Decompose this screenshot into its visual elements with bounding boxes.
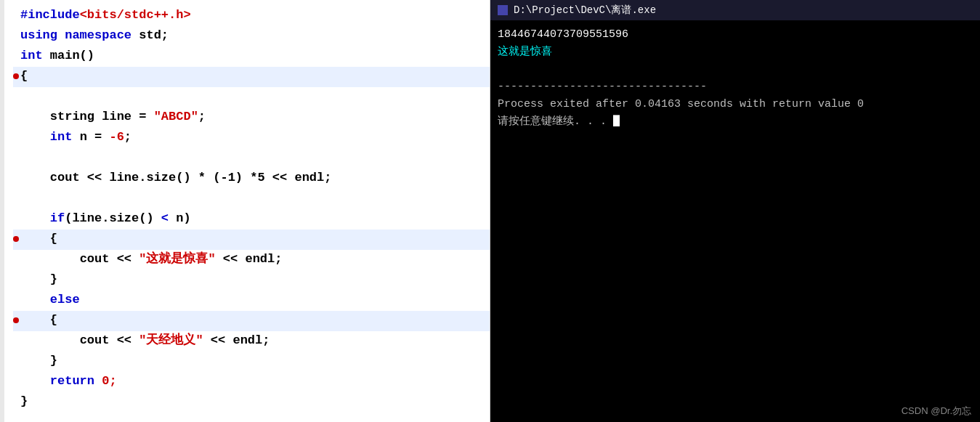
code-text-20: } [20,392,28,411]
terminal-panel: D:\Project\DevC\离谱.exe 18446744073709551… [490,0,980,422]
code-text-9: cout << line.size() * (-1) *5 << endl; [20,169,331,187]
code-text-5 [20,87,50,106]
terminal-separator: -------------------------------- [498,78,973,96]
code-token: cout << [80,252,139,266]
code-token: namespace [65,28,139,42]
indent [20,252,80,266]
code-text-14: } [20,270,57,289]
code-token: string line = [50,110,154,123]
code-line-5 [13,87,490,107]
code-token: using [20,28,65,42]
terminal-output-2: 这就是惊喜 [498,44,973,61]
code-text-13: cout << "这就是惊喜" << endl; [20,250,282,269]
code-token: main() [50,49,94,62]
code-token: cout << line.size() * (-1) *5 << endl; [50,171,332,184]
code-line-19: return 0; [13,372,490,392]
terminal-titlebar: D:\Project\DevC\离谱.exe [490,0,980,20]
breakpoint-dot [13,73,19,79]
code-token: } [50,354,57,368]
indent [20,130,50,144]
code-line-20: } [13,392,490,413]
code-text-16: { [20,311,57,330]
indent [20,313,50,327]
code-token: << endl; [216,252,283,266]
indent [20,232,50,246]
terminal-process-line: Process exited after 0.04163 seconds wit… [498,96,973,113]
code-line-10 [13,189,490,209]
terminal-empty-1 [498,61,973,78]
code-line-12: { [13,230,490,250]
code-token: return [50,374,102,388]
code-line-3: int main() [13,46,490,67]
code-text-18: } [20,352,57,370]
code-token: #include [20,8,80,22]
code-line-8 [13,148,490,169]
bp-area-12 [13,230,20,248]
indent [20,150,50,164]
code-text-17: cout << "天经地义" << endl; [20,331,270,350]
code-token: int [50,130,80,144]
code-lines: #include<bits/stdc++.h>using namespace s… [0,6,490,413]
code-text-1: #include<bits/stdc++.h> [20,6,191,25]
code-token: 0; [102,374,116,388]
code-token: <bits/stdc++.h> [80,8,191,22]
breakpoint-dot [13,236,19,242]
indent [20,293,50,307]
code-line-6: string line = "ABCD"; [13,107,490,128]
code-token: "这就是惊喜" [139,252,215,266]
code-line-13: cout << "这就是惊喜" << endl; [13,250,490,270]
bp-area-4 [13,67,20,86]
code-line-15: else [13,291,490,311]
code-token: -6 [109,130,123,144]
code-text-12: { [20,230,57,248]
code-token: std; [139,28,169,42]
code-token: n) [169,211,191,225]
code-token: { [20,69,28,83]
code-text-2: using namespace std; [20,26,169,45]
code-token: < [161,211,169,225]
code-text-19: return 0; [20,372,117,391]
code-line-9: cout << line.size() * (-1) *5 << endl; [13,169,490,189]
code-token: else [50,293,80,307]
code-token: (line.size() [65,211,161,225]
code-token: n = [80,130,110,144]
code-line-18: } [13,352,490,372]
code-token: } [50,272,57,286]
breakpoint-dot [13,317,19,323]
code-line-14: } [13,270,490,291]
code-text-4: { [20,67,28,86]
code-text-7: int n = -6; [20,128,131,147]
code-line-16: { [13,311,490,331]
code-token: ; [124,130,131,144]
terminal-output-1: 18446744073709551596 [498,26,973,44]
code-line-2: using namespace std; [13,26,490,46]
code-line-4: { [13,67,490,87]
indent [20,211,50,225]
terminal-icon [498,5,508,15]
code-editor: #include<bits/stdc++.h>using namespace s… [0,0,490,422]
code-token: if [50,211,65,225]
code-line-1: #include<bits/stdc++.h> [13,6,490,26]
indent [20,89,50,103]
indent [20,110,50,123]
indent [20,191,50,205]
code-token: { [50,232,57,246]
code-text-10 [20,189,50,208]
code-line-7: int n = -6; [13,128,490,148]
code-text-3: int main() [20,46,94,65]
gutter [0,0,4,422]
bp-area-16 [13,311,20,330]
terminal-content: 18446744073709551596 这就是惊喜 -------------… [490,20,980,402]
terminal-watermark: CSDN @Dr.勿忘 [490,402,980,422]
indent [20,272,50,286]
code-token: ; [198,110,206,123]
code-token: int [20,49,50,62]
indent [20,354,50,368]
code-token: << endl; [203,333,270,347]
code-token: cout << [80,333,139,347]
code-token: { [50,313,57,327]
indent [20,171,50,184]
code-line-17: cout << "天经地义" << endl; [13,331,490,352]
indent [20,374,50,388]
code-token: "ABCD" [154,110,198,123]
